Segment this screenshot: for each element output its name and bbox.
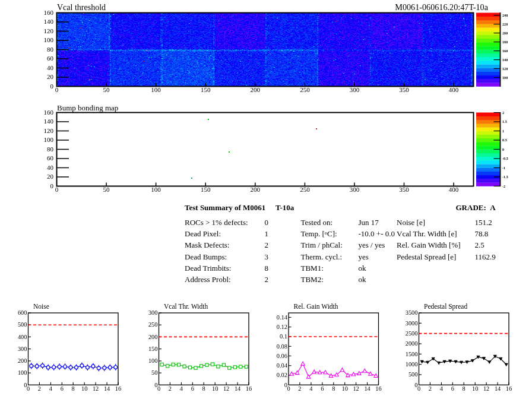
svg-text:Tested on:: Tested on: [301, 218, 333, 227]
svg-text:160: 160 [44, 109, 54, 116]
svg-text:10: 10 [212, 385, 218, 392]
svg-text:0.08: 0.08 [277, 343, 287, 350]
svg-text:1: 1 [502, 129, 504, 133]
svg-text:0: 0 [50, 182, 54, 189]
svg-text:4: 4 [440, 385, 444, 392]
svg-text:Temp. [oC]:: Temp. [oC]: [301, 229, 337, 238]
svg-text:200: 200 [502, 31, 508, 35]
svg-text:Pedestal Spread: Pedestal Spread [424, 303, 467, 311]
svg-text:TBM1:: TBM1: [301, 264, 324, 273]
svg-text:3: 3 [265, 252, 269, 261]
svg-text:140: 140 [44, 18, 54, 25]
svg-text:400: 400 [18, 334, 27, 340]
svg-text:12: 12 [223, 385, 229, 392]
svg-text:Noise: Noise [33, 303, 49, 310]
svg-text:100: 100 [44, 36, 54, 43]
svg-text:80: 80 [47, 46, 54, 53]
svg-text:12: 12 [93, 385, 99, 392]
svg-text:2: 2 [169, 385, 172, 392]
svg-text:0: 0 [55, 86, 59, 93]
svg-text:6: 6 [451, 385, 454, 392]
svg-text:-1: -1 [502, 166, 505, 170]
svg-text:Pedestal Spread [e]: Pedestal Spread [e] [397, 252, 456, 261]
svg-text:300: 300 [148, 309, 158, 316]
svg-text:350: 350 [399, 86, 409, 93]
svg-text:2: 2 [429, 385, 432, 392]
svg-text:Jun 17: Jun 17 [359, 218, 379, 227]
svg-text:Noise [e]: Noise [e] [397, 218, 425, 227]
svg-text:14: 14 [104, 385, 110, 392]
svg-text:16: 16 [246, 385, 252, 392]
svg-text:Vcal Thr. Width: Vcal Thr. Width [164, 303, 208, 310]
svg-text:Vcal Thr. Width [e]: Vcal Thr. Width [e] [397, 229, 457, 238]
svg-text:2000: 2000 [406, 340, 418, 347]
svg-text:ok: ok [359, 275, 367, 284]
svg-text:400: 400 [449, 86, 459, 93]
svg-text:14: 14 [495, 385, 501, 392]
svg-text:4: 4 [309, 385, 313, 392]
svg-text:4: 4 [180, 385, 183, 392]
svg-text:150: 150 [148, 346, 158, 352]
svg-text:8: 8 [463, 385, 466, 392]
svg-text:40: 40 [47, 164, 54, 171]
svg-text:150: 150 [201, 186, 211, 193]
svg-text:0: 0 [50, 83, 54, 90]
svg-text:100: 100 [502, 75, 508, 80]
svg-text:300: 300 [350, 86, 360, 93]
svg-text:3500: 3500 [406, 309, 418, 316]
svg-text:20: 20 [47, 73, 54, 80]
svg-text:TBM2:: TBM2: [301, 275, 324, 284]
svg-text:0: 0 [157, 385, 160, 392]
svg-text:1: 1 [265, 229, 269, 238]
svg-text:0: 0 [55, 186, 59, 193]
svg-text:0: 0 [417, 385, 420, 392]
svg-text:yes: yes [359, 252, 369, 261]
svg-text:300: 300 [18, 346, 27, 352]
svg-text:120: 120 [44, 127, 54, 134]
svg-text:yes / yes: yes / yes [359, 240, 385, 249]
svg-text:2: 2 [265, 240, 269, 249]
svg-text:-10.0 +- 0.0: -10.0 +- 0.0 [359, 229, 395, 238]
svg-text:120: 120 [502, 66, 508, 71]
svg-text:6: 6 [61, 385, 64, 392]
svg-text:4: 4 [49, 385, 53, 392]
svg-text:150: 150 [201, 86, 211, 93]
svg-text:14: 14 [364, 385, 370, 392]
svg-text:-0.5: -0.5 [502, 156, 508, 160]
svg-text:160: 160 [502, 49, 508, 53]
svg-text:50: 50 [103, 186, 110, 193]
svg-text:Therm. cycl.:: Therm. cycl.: [301, 252, 343, 261]
svg-text:-1.5: -1.5 [502, 175, 508, 179]
svg-text:180: 180 [502, 40, 508, 44]
svg-text:100: 100 [151, 86, 161, 93]
svg-text:0.1: 0.1 [280, 333, 287, 340]
svg-text:Rel. Gain Width: Rel. Gain Width [294, 303, 338, 310]
svg-text:14: 14 [235, 385, 241, 392]
svg-text:140: 140 [502, 58, 508, 62]
svg-text:-2: -2 [502, 184, 505, 188]
svg-text:0.14: 0.14 [277, 314, 288, 321]
svg-text:0: 0 [265, 218, 269, 227]
svg-text:200: 200 [251, 86, 261, 93]
svg-text:8: 8 [332, 385, 335, 392]
svg-text:6: 6 [191, 385, 194, 392]
svg-text:240: 240 [502, 13, 508, 17]
svg-text:2: 2 [38, 385, 41, 392]
svg-text:Test Summary of M0061: Test Summary of M0061 [185, 203, 265, 212]
svg-text:0.02: 0.02 [277, 372, 287, 378]
svg-text:Vcal threshold: Vcal threshold [57, 3, 106, 12]
svg-text:3000: 3000 [406, 320, 418, 327]
svg-text:60: 60 [47, 55, 54, 62]
svg-text:250: 250 [300, 86, 310, 93]
svg-text:100: 100 [18, 369, 27, 376]
svg-text:10: 10 [472, 385, 478, 392]
svg-text:0.5: 0.5 [502, 138, 507, 142]
svg-text:0.12: 0.12 [277, 324, 287, 330]
svg-text:20: 20 [47, 173, 54, 180]
svg-text:160: 160 [44, 9, 54, 16]
svg-text:Dead Pixel:: Dead Pixel: [185, 229, 221, 238]
svg-text:16: 16 [115, 385, 121, 392]
svg-text:8: 8 [265, 264, 269, 273]
svg-text:12: 12 [353, 385, 359, 392]
svg-text:500: 500 [408, 371, 418, 378]
